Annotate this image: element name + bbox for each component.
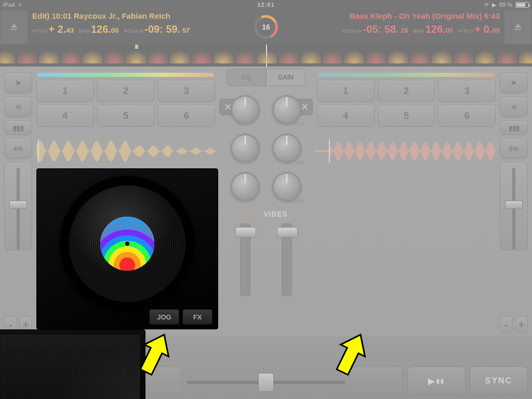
deck-a-pitch: + 2.43 [49,23,74,35]
pitch-plus-right[interactable]: + [515,316,528,334]
deck-a-title: Edit) 10:01 Raycoux Jr., Fabian Reich [32,11,241,20]
callout-arrow-left [134,330,176,379]
waveform-a[interactable] [36,139,218,163]
deck-b-title: Bass Kleph - Oh Yeah (Original Mix) 6:43 [291,11,500,20]
cue-b-4[interactable]: 4 [317,105,375,127]
deck-b-fxpad[interactable]: JOG FX Hi-Pass ⭳ [0,329,145,399]
deck-b-remain: -05: 58. 26 [363,23,408,35]
beat-counter[interactable]: 16 [245,15,287,39]
waveform-b[interactable] [314,139,496,163]
ios-status-bar: iPad ᯤ 12:01 ⟳ ▶ 69 % [0,0,532,9]
spectrum-a [37,73,214,77]
cue-b-3[interactable]: 3 [438,80,496,102]
cue-a-2[interactable]: 2 [97,80,155,102]
pitch-fader-right[interactable] [500,162,528,250]
hotcues-b: 1 2 3 4 5 6 ✕ [317,73,496,131]
pitch-fader-left[interactable] [4,162,32,250]
callout-arrow-right [330,330,372,379]
deck-a-platter[interactable]: JOG FX [36,168,218,329]
side-controls-left: ⚑ ⟲ ▮▮▮ 4% [4,73,32,250]
pitch-range-right[interactable]: 6% [500,138,528,159]
fx-button-a[interactable]: FX [182,309,212,325]
line-fader-b[interactable] [282,223,292,296]
cue-a-3[interactable]: 3 [157,80,215,102]
beat-waveform[interactable] [0,45,532,66]
jog-button-a[interactable]: JOG [149,309,179,325]
sync-button-b[interactable]: SYNC [470,367,528,395]
battery-icon [515,2,529,8]
clock: 12:01 [0,2,532,8]
eject-right-button[interactable] [504,9,532,45]
knob-mid-b[interactable] [272,134,301,163]
tab-eq[interactable]: EQ [227,69,266,86]
side-controls-right: ⚑ ⟲ ▮▮▮ 6% [500,73,528,250]
knob-mid-a[interactable] [231,134,260,163]
deck-a-remain: -09: 59. 57 [144,23,190,35]
tab-gain[interactable]: GAIN [266,69,305,86]
cue-a-5[interactable]: 5 [97,105,155,127]
cue-b-5[interactable]: 5 [378,105,435,127]
spectrum-b [318,73,495,77]
deck-a-info[interactable]: Edit) 10:01 Raycoux Jr., Fabian Reich PI… [28,9,245,45]
pitch-minus-right[interactable]: - [500,316,513,334]
eject-left-button[interactable] [0,9,28,45]
browse-left-button[interactable]: ▮▮▮ [4,121,32,135]
cue-b-6[interactable]: 6 [438,105,496,127]
knob-treb-a[interactable] [231,95,260,124]
brand-logo: ⠛ MIXVIBES® [224,210,308,218]
mixer-center: EQ GAIN TREB MID BASS ⠛ MIXVIBES® [224,69,308,334]
deck-b-bpm: 126.00 [425,23,453,35]
cue-a-6[interactable]: 6 [157,105,215,127]
deck-b-pitch: + 0.00 [475,23,500,35]
play-button-b[interactable]: ▶▮▮ [407,367,466,395]
cue-a-1[interactable]: 1 [36,80,94,102]
flag-left-button[interactable]: ⚑ [4,73,32,94]
hotcues-a: 1 2 3 4 5 6 ✕ [36,73,215,131]
loop-right-button[interactable]: ⟲ [500,97,528,117]
flag-right-button[interactable]: ⚑ [500,73,528,94]
pitch-range-left[interactable]: 4% [4,138,32,159]
knob-treb-b[interactable] [272,95,301,124]
browse-right-button[interactable]: ▮▮▮ [500,121,528,135]
cue-a-4[interactable]: 4 [36,105,94,127]
vinyl-a[interactable] [60,176,195,311]
crossfader[interactable] [187,376,345,389]
knob-bass-b[interactable] [272,172,301,201]
line-fader-a[interactable] [240,223,250,296]
loop-left-button[interactable]: ⟲ [4,97,32,117]
deck-a-bpm: 126.00 [91,23,118,35]
deck-b-info[interactable]: Bass Kleph - Oh Yeah (Original Mix) 6:43… [287,9,504,45]
cue-b-1[interactable]: 1 [317,80,375,102]
track-info-bar: Edit) 10:01 Raycoux Jr., Fabian Reich PI… [0,9,532,45]
knob-bass-a[interactable] [231,172,260,201]
fx-xy-pad[interactable] [0,335,140,399]
cue-b-2[interactable]: 2 [378,80,435,102]
